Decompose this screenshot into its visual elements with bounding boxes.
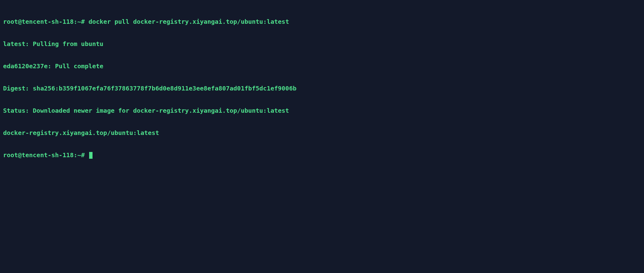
terminal-line: latest: Pulling from ubuntu bbox=[3, 40, 641, 48]
terminal-line: root@tencent-sh-118:~# docker pull docke… bbox=[3, 18, 641, 25]
terminal-line: docker-registry.xiyangai.top/ubuntu:late… bbox=[3, 129, 641, 136]
terminal-line: root@tencent-sh-118:~# bbox=[3, 151, 641, 159]
cursor-icon bbox=[89, 152, 93, 159]
terminal-output[interactable]: root@tencent-sh-118:~# docker pull docke… bbox=[3, 3, 641, 166]
terminal-line: eda6120e237e: Pull complete bbox=[3, 62, 641, 70]
shell-command: docker pull docker-registry.xiyangai.top… bbox=[89, 18, 289, 25]
terminal-line: Status: Downloaded newer image for docke… bbox=[3, 107, 641, 114]
terminal-line: Digest: sha256:b359f1067efa76f37863778f7… bbox=[3, 85, 641, 92]
shell-prompt: root@tencent-sh-118:~# bbox=[3, 18, 89, 25]
shell-prompt: root@tencent-sh-118:~# bbox=[3, 151, 89, 159]
